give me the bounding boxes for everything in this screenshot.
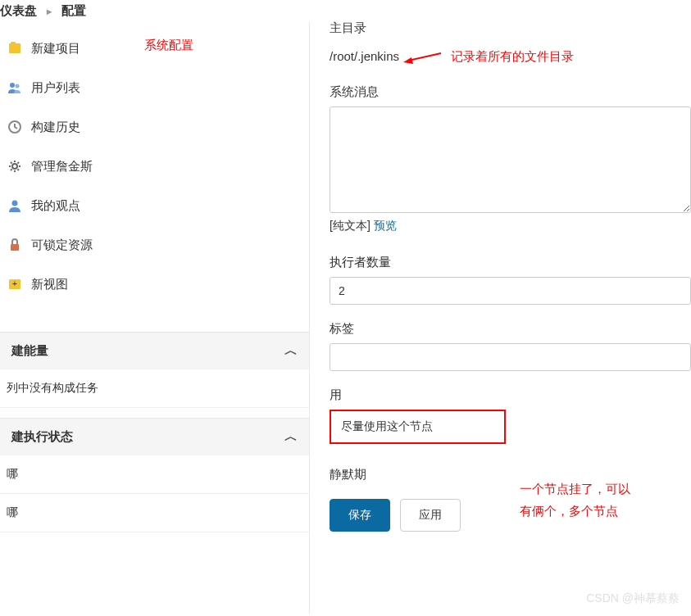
sidebar-item-label: 可锁定资源 [31,238,93,253]
usage-select[interactable]: 尽量使用这个节点 [330,410,506,444]
sidebar-item-label: 用户列表 [31,80,80,96]
svg-point-6 [12,201,18,206]
sidebar-item-manage-jenkins[interactable]: 管理詹金斯 [0,147,309,186]
svg-rect-0 [9,43,20,53]
sidebar-item-lockable[interactable]: 可锁定资源 [0,225,309,265]
preview-link[interactable]: 预览 [374,219,397,232]
section-build-energy[interactable]: 建能量 ︿ [0,332,309,369]
section-subitem-no-tasks: 列中没有构成任务 [0,369,309,408]
sidebar-item-new-view[interactable]: + 新视图 [0,265,309,304]
executors-input[interactable] [330,277,691,305]
section-subitem-1: 哪 [0,455,309,494]
quiet-period-label: 静默期 [330,467,691,482]
gear-icon [7,158,23,174]
chevron-up-icon: ︿ [284,342,298,360]
history-icon [7,119,23,135]
sidebar-item-label: 新视图 [31,277,68,292]
usage-label: 用 [330,387,691,403]
annotation-node-line1: 一个节点挂了，可以 [520,478,630,500]
section-subitem-2: 哪 [0,494,309,532]
svg-rect-1 [11,42,16,44]
labels-input[interactable] [330,343,691,371]
svg-point-3 [16,84,20,88]
home-dir-label: 主目录 [330,20,691,36]
svg-point-2 [10,83,15,88]
lock-icon [7,237,23,253]
sidebar-item-users[interactable]: 用户列表 [0,68,309,107]
svg-point-5 [12,164,17,169]
chevron-up-icon: ︿ [284,428,298,446]
system-message-label: 系统消息 [330,84,691,100]
sidebar-item-build-history[interactable]: 构建历史 [0,107,309,147]
annotation-file-dir: 记录着所有的文件目录 [451,49,574,65]
svg-rect-7 [11,244,19,251]
section-title: 建能量 [11,343,48,359]
chevron-right-icon: ▸ [47,6,52,17]
breadcrumb-dashboard[interactable]: 仪表盘 [0,3,37,19]
content-panel: 主目录 /root/.jenkins 系统消息 [纯文本] 预览 执行者数量 标… [310,22,691,614]
sidebar-item-label: 我的观点 [31,198,80,214]
svg-text:+: + [12,279,17,288]
sidebar-item-label: 构建历史 [31,120,80,135]
plain-text-label: [纯文本] [330,219,371,232]
sidebar: 新建项目 用户列表 构建历史 管理詹金斯 [0,22,310,614]
watermark: CSDN @神慕蔡蔡 [586,591,680,606]
section-executor-status[interactable]: 建执行状态 ︿ [0,418,309,455]
sidebar-item-label: 新建项目 [31,41,80,57]
sidebar-item-label: 管理詹金斯 [31,159,93,174]
user-icon [7,197,23,214]
annotation-system-config: 系统配置 [144,38,193,53]
breadcrumb-config[interactable]: 配置 [61,3,86,19]
breadcrumb: 仪表盘 ▸ 配置 [0,0,691,22]
annotation-node-line2: 有俩个，多个节点 [520,500,630,522]
section-title: 建执行状态 [11,429,73,445]
save-button[interactable]: 保存 [330,499,390,532]
annotation-node: 一个节点挂了，可以 有俩个，多个节点 [520,478,630,522]
system-message-textarea[interactable] [330,106,691,213]
plus-view-icon: + [7,276,23,292]
executors-label: 执行者数量 [330,255,691,270]
users-icon [7,79,23,96]
apply-button[interactable]: 应用 [400,499,461,532]
labels-label: 标签 [330,321,691,337]
sidebar-item-my-views[interactable]: 我的观点 [0,186,309,225]
plus-icon [7,40,23,57]
